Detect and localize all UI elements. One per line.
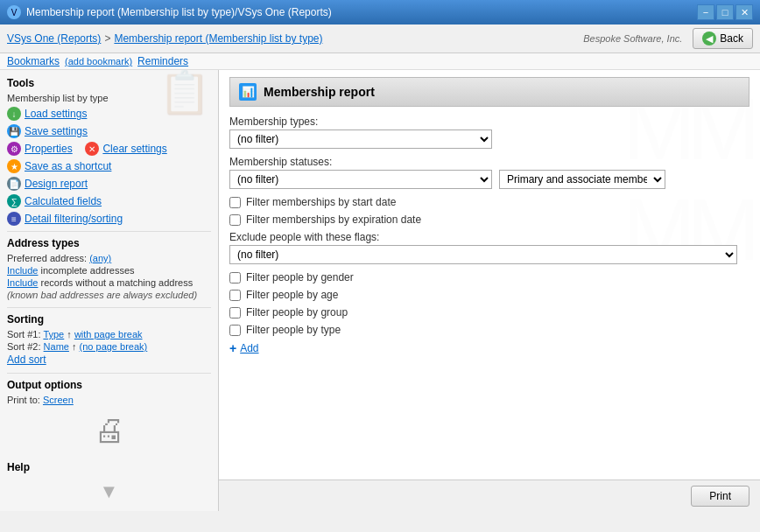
bespoke-label: Bespoke Software, Inc. xyxy=(583,33,682,44)
filter-group-label: Filter people by group xyxy=(246,306,348,318)
filter-expiry-row: Filter memberships by expiration date xyxy=(229,214,749,226)
printer-watermark: 🖨 xyxy=(7,407,211,454)
properties-action[interactable]: ⚙ Properties ✕ Clear settings xyxy=(7,142,211,156)
help-title: Help xyxy=(7,461,211,473)
filter-group-checkbox[interactable] xyxy=(229,307,241,318)
content-inner: 📊 Membership report Membership types: (n… xyxy=(219,70,760,362)
page-nav-link[interactable]: Membership report (Membership list by ty… xyxy=(114,32,322,45)
titlebar: V Membership report (Membership list by … xyxy=(0,0,760,24)
shortcut-action[interactable]: ★ Save as a shortcut xyxy=(7,159,211,173)
reminders-link[interactable]: Reminders xyxy=(137,55,188,67)
known-bad-note: (known bad addresses are always excluded… xyxy=(7,290,211,300)
filter-expiry-label: Filter memberships by expiration date xyxy=(246,214,421,226)
add-action[interactable]: + Add xyxy=(229,341,749,355)
sort1-break-link[interactable]: with page break xyxy=(74,329,143,340)
include-incomplete-link[interactable]: Include xyxy=(7,265,38,276)
add-link[interactable]: Add xyxy=(240,342,258,354)
exclude-flags-select[interactable]: (no filter) xyxy=(229,245,737,264)
filter-gender-row: Filter people by gender xyxy=(229,271,749,284)
add-bookmark-link[interactable]: (add bookmark) xyxy=(65,56,132,66)
properties-icon: ⚙ xyxy=(7,142,21,156)
help-arrow: ▼ xyxy=(7,477,211,507)
print-to-value[interactable]: Screen xyxy=(43,395,74,405)
shortcut-link[interactable]: Save as a shortcut xyxy=(25,160,111,172)
detail-icon: ≡ xyxy=(7,212,21,226)
sort2-break-link[interactable]: (no page break) xyxy=(80,341,148,352)
filter-age-label: Filter people by age xyxy=(246,289,338,301)
sort1-line: Sort #1: Type ↑ with page break xyxy=(7,329,211,340)
membership-types-group: Membership types: (no filter) xyxy=(229,116,749,149)
window-title: Membership report (Membership list by ty… xyxy=(26,6,332,18)
print-to-line: Print to: Screen xyxy=(7,395,211,405)
sort2-label: Sort #2: xyxy=(7,341,41,352)
sorting-section: Sorting Sort #1: Type ↑ with page break … xyxy=(7,313,211,366)
design-action[interactable]: 📄 Design report xyxy=(7,177,211,191)
preferred-value[interactable]: (any) xyxy=(89,253,111,263)
print-button[interactable]: Print xyxy=(691,486,749,507)
sort1-label: Sort #1: xyxy=(7,329,41,340)
detail-link[interactable]: Detail filtering/sorting xyxy=(25,213,123,225)
exclude-flags-group: Exclude people with these flags: (no fil… xyxy=(229,231,749,264)
down-arrow-icon: ▼ xyxy=(100,480,119,503)
filter-group-row: Filter people by group xyxy=(229,306,749,318)
filter-gender-checkbox[interactable] xyxy=(229,272,241,284)
print-to-label: Print to: xyxy=(7,395,40,405)
report-title: Membership report xyxy=(264,85,375,99)
include-no-match-link[interactable]: Include xyxy=(7,277,38,288)
filter-start-row: Filter memberships by start date xyxy=(229,196,749,208)
close-button[interactable]: ✕ xyxy=(735,4,753,20)
report-header: 📊 Membership report xyxy=(229,77,749,107)
save-settings-action[interactable]: 💾 Save settings xyxy=(7,124,211,138)
preferred-label: Preferred address: xyxy=(7,253,87,263)
sorting-title: Sorting xyxy=(7,313,211,326)
load-settings-link[interactable]: Load settings xyxy=(25,108,87,120)
filter-age-checkbox[interactable] xyxy=(229,290,241,301)
membership-scope-select[interactable]: Primary and associate membershipsPrimary… xyxy=(499,170,665,189)
sort2-line: Sort #2: Name ↑ (no page break) xyxy=(7,341,211,352)
address-title: Address types xyxy=(7,237,211,249)
properties-link[interactable]: Properties xyxy=(25,143,73,155)
filter-expiry-checkbox[interactable] xyxy=(229,214,241,226)
maximize-button[interactable]: □ xyxy=(716,4,734,20)
bookmarks-link[interactable]: Bookmarks xyxy=(7,55,60,67)
membership-types-select[interactable]: (no filter) xyxy=(229,130,492,149)
filter-start-checkbox[interactable] xyxy=(229,197,241,208)
save-icon: 💾 xyxy=(7,124,21,138)
report-icon: 📊 xyxy=(239,83,257,101)
shortcut-icon: ★ xyxy=(7,159,21,173)
filter-type-checkbox[interactable] xyxy=(229,325,241,336)
include-incomplete-line: Include incomplete addresses xyxy=(7,265,211,276)
app-nav-link[interactable]: VSys One (Reports) xyxy=(7,32,101,45)
include-no-match-line: Include records without a matching addre… xyxy=(7,277,211,288)
design-link[interactable]: Design report xyxy=(25,178,88,190)
minimize-button[interactable]: − xyxy=(697,4,714,20)
filter-age-row: Filter people by age xyxy=(229,289,749,301)
no-match-label: records without a matching address xyxy=(41,277,194,288)
filter-type-label: Filter people by type xyxy=(246,324,341,336)
back-label: Back xyxy=(720,32,743,45)
detail-action[interactable]: ≡ Detail filtering/sorting xyxy=(7,212,211,226)
bookmarks-bar: Bookmarks (add bookmark) Reminders xyxy=(0,53,760,70)
filter-start-label: Filter memberships by start date xyxy=(246,196,396,208)
load-settings-action[interactable]: ↓ Load settings xyxy=(7,107,158,121)
membership-statuses-select[interactable]: (no filter) xyxy=(229,170,492,189)
output-section: Output options Print to: Screen 🖨 xyxy=(7,379,211,454)
design-icon: 📄 xyxy=(7,177,21,191)
plus-icon: + xyxy=(229,341,236,355)
save-settings-link[interactable]: Save settings xyxy=(25,125,88,137)
membership-statuses-group: Membership statuses: (no filter) Primary… xyxy=(229,156,749,189)
sort2-name-link[interactable]: Name xyxy=(44,341,69,352)
add-sort-link[interactable]: Add sort xyxy=(7,354,211,366)
filter-type-row: Filter people by type xyxy=(229,324,749,336)
back-icon: ◀ xyxy=(702,32,716,46)
membership-types-label: Membership types: xyxy=(229,116,749,128)
calc-link[interactable]: Calculated fields xyxy=(25,195,102,207)
sidebar-watermark: 📋 xyxy=(158,70,211,116)
back-button[interactable]: ◀ Back xyxy=(693,28,753,49)
navbar: VSys One (Reports) > Membership report (… xyxy=(0,24,760,53)
clear-settings-link[interactable]: Clear settings xyxy=(102,143,166,155)
calc-action[interactable]: ∑ Calculated fields xyxy=(7,194,211,208)
sort1-type-link[interactable]: Type xyxy=(43,329,64,340)
sidebar: Tools Membership list by type 📋 ↓ Load s… xyxy=(0,70,219,511)
sort2-arrow: ↑ xyxy=(72,341,77,352)
